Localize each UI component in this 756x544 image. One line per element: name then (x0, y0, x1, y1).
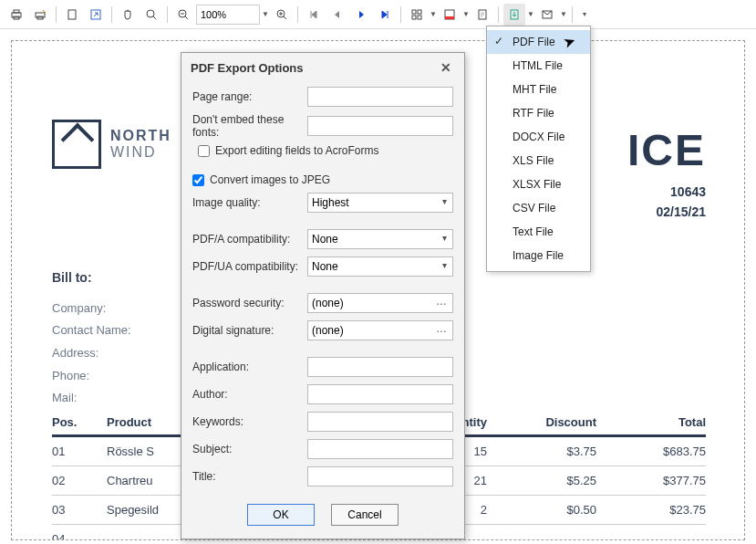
svg-rect-11 (418, 10, 421, 14)
password-field[interactable]: (none) (307, 293, 453, 313)
last-page-icon[interactable] (374, 4, 396, 26)
hand-tool-icon[interactable] (117, 4, 139, 26)
menu-item-text-file[interactable]: Text File (487, 220, 590, 244)
multipage-icon[interactable] (406, 4, 428, 26)
label-password: Password security: (192, 297, 307, 309)
dialog-titlebar: PDF Export Options ✕ (181, 53, 464, 82)
bill-to-mail: Mail: (52, 387, 131, 410)
pdfua-select[interactable]: None (307, 256, 453, 277)
label-pdfa: PDF/A compatibility: (192, 233, 307, 246)
label-image-quality: Image quality: (192, 196, 307, 209)
col-discount: Discount (487, 415, 596, 429)
bill-to-company: Company: (52, 298, 131, 320)
col-total: Total (596, 415, 706, 429)
invoice-title: ICE (627, 125, 706, 175)
label-author: Author: (192, 388, 307, 401)
magnifier-icon[interactable] (140, 4, 162, 26)
page-setup-icon[interactable] (61, 4, 83, 26)
menu-item-pdf-file[interactable]: PDF File (487, 30, 590, 54)
label-dont-embed: Don't embed these fonts: (192, 113, 307, 139)
email-icon[interactable] (536, 4, 558, 26)
label-application: Application: (192, 361, 307, 373)
svg-rect-15 (445, 16, 454, 19)
invoice-date: 02/15/21 (657, 202, 707, 222)
quick-print-icon[interactable] (29, 4, 51, 26)
multipage-dropdown-icon[interactable]: ▼ (430, 4, 437, 26)
zoom-select[interactable] (196, 5, 260, 25)
zoom-dropdown-icon[interactable]: ▼ (262, 4, 269, 26)
image-quality-select[interactable]: Highest (307, 193, 453, 213)
page-range-input[interactable] (307, 87, 453, 107)
dont-embed-input[interactable] (307, 116, 453, 136)
logo-text: NORTHWIND (110, 128, 171, 160)
zoom-out-icon[interactable] (172, 4, 194, 26)
cancel-button[interactable]: Cancel (331, 504, 399, 526)
ok-button[interactable]: OK (247, 504, 315, 526)
bill-to-block: Bill to: Company: Contact Name: Address:… (52, 266, 131, 410)
svg-rect-5 (68, 10, 76, 19)
bill-to-phone: Phone: (52, 365, 131, 388)
menu-item-csv-file[interactable]: CSV File (487, 196, 590, 220)
bill-to-heading: Bill to: (52, 266, 131, 290)
svg-rect-13 (418, 16, 421, 19)
pdfa-select[interactable]: None (307, 229, 453, 249)
invoice-meta: 10643 02/15/21 (657, 182, 707, 223)
bill-to-contact: Contact Name: (52, 319, 131, 342)
bill-to-address: Address: (52, 342, 131, 365)
keywords-input[interactable] (307, 412, 453, 432)
export-fields-checkbox[interactable] (198, 145, 210, 157)
convert-jpeg-checkbox[interactable] (192, 174, 204, 186)
title-input[interactable] (307, 466, 453, 486)
menu-item-rtf-file[interactable]: RTF File (487, 101, 590, 125)
overflow-dropdown-icon[interactable]: ▾ (577, 4, 592, 26)
export-menu: PDF FileHTML FileMHT FileRTF FileDOCX Fi… (486, 26, 591, 272)
signature-field[interactable]: (none) (307, 320, 453, 340)
svg-point-7 (147, 10, 154, 17)
label-export-fields: Export editing fields to AcroForms (215, 144, 378, 157)
logo: NORTHWIND (52, 120, 171, 169)
logo-mark-icon (52, 120, 101, 169)
label-pdfua: PDF/UA compatibility: (192, 260, 307, 273)
invoice-number: 10643 (657, 182, 707, 202)
menu-item-mht-file[interactable]: MHT File (487, 78, 590, 101)
svg-rect-12 (412, 16, 416, 19)
scale-icon[interactable] (85, 4, 107, 26)
close-icon[interactable]: ✕ (437, 60, 455, 75)
toolbar: ▼ ▼ ▼ ▼ ▼ ▾ (0, 0, 756, 29)
label-keywords: Keywords: (192, 415, 307, 428)
menu-item-docx-file[interactable]: DOCX File (487, 125, 590, 149)
export-icon[interactable] (503, 4, 525, 26)
prev-page-icon[interactable] (326, 4, 348, 26)
col-pos: Pos. (52, 415, 107, 429)
subject-input[interactable] (307, 439, 453, 459)
first-page-icon[interactable] (303, 4, 325, 26)
label-title: Title: (192, 470, 307, 483)
next-page-icon[interactable] (350, 4, 372, 26)
menu-item-xls-file[interactable]: XLS File (487, 149, 590, 173)
svg-rect-10 (412, 10, 416, 14)
export-dropdown-icon[interactable]: ▼ (527, 4, 534, 26)
email-dropdown-icon[interactable]: ▼ (560, 4, 567, 26)
label-page-range: Page range: (192, 90, 307, 103)
zoom-in-icon[interactable] (271, 4, 293, 26)
application-input[interactable] (307, 357, 453, 377)
label-signature: Digital signature: (192, 324, 307, 337)
menu-item-xlsx-file[interactable]: XLSX File (487, 173, 590, 196)
pdf-export-dialog: PDF Export Options ✕ Page range: Don't e… (181, 52, 465, 539)
svg-rect-1 (14, 10, 19, 13)
print-icon[interactable] (5, 4, 27, 26)
author-input[interactable] (307, 384, 453, 404)
menu-item-html-file[interactable]: HTML File (487, 54, 590, 78)
label-convert-jpeg: Convert images to JPEG (210, 173, 330, 186)
page-color-icon[interactable] (439, 4, 461, 26)
page-color-dropdown-icon[interactable]: ▼ (462, 4, 470, 26)
watermark-icon[interactable] (471, 4, 493, 26)
menu-item-image-file[interactable]: Image File (487, 244, 590, 267)
dialog-title: PDF Export Options (191, 61, 304, 75)
label-subject: Subject: (192, 443, 307, 455)
